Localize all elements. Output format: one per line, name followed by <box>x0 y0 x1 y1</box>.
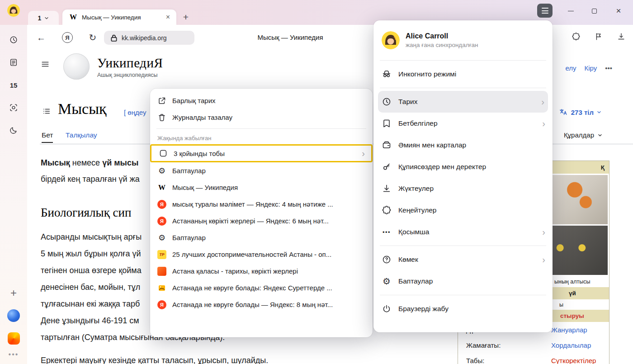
wiki-hamburger-icon[interactable] <box>41 60 50 71</box>
yandex-search-icon[interactable]: Я <box>61 32 73 43</box>
profile-row[interactable]: Alice Carroll жаңа ғана синхрондалған <box>373 23 553 57</box>
taxo-row: Табы: Сүткоректілер <box>458 353 609 364</box>
menu-item-history-entry[interactable]: Я мысық туралы мәлімет — Яндекс: 4 мың н… <box>150 196 373 213</box>
maximize-button[interactable] <box>587 5 601 17</box>
wiki-brand[interactable]: УикипедиЯ Ашық энциклопедиясы <box>97 56 163 78</box>
paragraph-2-line: Асыранды мысықтың арғы <box>41 233 142 241</box>
menu-item-tab-group[interactable]: 3 қойынды тобы › <box>150 144 373 162</box>
menu-item-label: Көмек <box>398 255 535 264</box>
menu-item-label: 25 лучших достопримечательностей Астаны … <box>172 251 366 258</box>
paragraph-2-line: 5 мың жыл бұрын қолға үй <box>41 250 141 258</box>
menu-item-history-entry[interactable]: TP 25 лучших достопримечательностей Аста… <box>150 246 373 263</box>
menu-item-all-history[interactable]: Барлық тарих <box>150 92 373 109</box>
menu-item-downloads[interactable]: Жүктеулер <box>373 178 553 199</box>
menu-item-label: Бетбелгілер <box>398 119 535 128</box>
bookmark-icon <box>382 118 392 128</box>
menu-item-wallet[interactable]: Әмиян мен карталар <box>373 134 553 156</box>
notes-panel-icon[interactable] <box>6 55 21 70</box>
menu-item-label: Баптаулар <box>398 277 545 285</box>
wiki-tools-button[interactable]: Құралдар <box>564 131 602 139</box>
history-panel-icon[interactable] <box>6 32 21 47</box>
menu-item-history[interactable]: Тарих › <box>378 91 548 113</box>
menu-item-settings[interactable]: ⚙ Баптаулар <box>150 162 373 179</box>
image-favicon-icon <box>157 284 166 293</box>
downloads-toolbar-icon[interactable] <box>617 31 626 42</box>
menu-item-settings[interactable]: ⚙ Баптаулар <box>150 229 373 246</box>
yandex-start-logo-icon[interactable] <box>6 331 21 346</box>
tab-close-icon[interactable]: × <box>164 13 172 22</box>
menu-item-incognito[interactable]: Инкогнито режимі <box>373 63 553 85</box>
wiki-tab-page[interactable]: Бет <box>42 131 53 143</box>
taxo-label: Жамағаты: <box>458 341 551 349</box>
menu-item-label: Тарих <box>398 98 534 106</box>
left-sidebar: 15 + ••• <box>0 25 27 364</box>
paragraph-2-line: тұлғасынан екі жаққа тарб <box>41 300 140 308</box>
tab-counter-button[interactable]: 1 <box>28 11 59 25</box>
profile-name: Alice Carroll <box>406 32 478 40</box>
collections-flag-icon[interactable] <box>594 31 603 42</box>
paragraph-2-line: тегінен онша өзгере қойма <box>41 266 142 274</box>
edit-link[interactable]: [ өңдеу <box>124 109 146 116</box>
tripadvisor-favicon-icon: TP <box>157 250 166 259</box>
key-icon <box>382 162 392 172</box>
menu-item-more[interactable]: ••• Қосымша › <box>373 221 553 243</box>
menu-item-clear-journal[interactable]: Журналды тазалау <box>150 109 373 126</box>
wiki-contents-icon[interactable] <box>42 107 51 118</box>
gear-icon: ⚙ <box>157 234 166 242</box>
wiki-header-more-icon[interactable]: ••• <box>605 64 612 72</box>
menu-item-extensions[interactable]: Кеңейтулер <box>373 199 553 221</box>
incognito-icon <box>382 69 392 79</box>
menu-item-close-browser[interactable]: Браузерді жабу <box>373 298 553 320</box>
menu-item-label: Қосымша <box>398 228 535 236</box>
menu-item-history-entry[interactable]: Астанада не көруге болады: Яндекс Суретт… <box>150 279 373 296</box>
wiki-tab-talk[interactable]: Талқылау <box>66 131 97 139</box>
sidebar-add-icon[interactable]: + <box>6 285 21 301</box>
yandex-favicon-icon: Я <box>157 300 166 309</box>
tab-counter-value: 1 <box>38 14 42 22</box>
browser-tab[interactable]: W Мысық — Уикипедия × <box>62 9 176 25</box>
screenshot-icon[interactable] <box>6 100 21 115</box>
reload-button[interactable]: ↻ <box>87 32 99 43</box>
wiki-language-button[interactable]: 273 тіл <box>559 108 601 117</box>
taxo-value-link[interactable]: Жануарлар <box>551 326 587 334</box>
address-bar[interactable]: kk.wikipedia.org <box>104 31 194 45</box>
browser-menu-button[interactable] <box>537 4 553 18</box>
menu-item-label: Астананың көрікті жерлері — Яндекс: 6 мы… <box>172 217 366 225</box>
paragraph-3-line: Дене ұзындығы 46-191 см <box>41 317 139 325</box>
taxo-value-redlink[interactable]: Сүткоректілер <box>551 357 596 364</box>
menu-separator <box>380 60 546 61</box>
minimize-button[interactable] <box>564 5 577 17</box>
profile-avatar[interactable] <box>7 4 20 17</box>
chevron-right-icon: › <box>542 119 545 128</box>
power-icon <box>382 304 392 314</box>
menu-item-passwords[interactable]: Құпиясөздер мен деректер <box>373 156 553 178</box>
site-favicon-icon <box>157 267 166 276</box>
back-button[interactable]: ← <box>35 32 47 43</box>
tab-count-badge[interactable]: 15 <box>6 77 21 93</box>
menu-item-history-entry[interactable]: Я Астанада не көруге болады — Яндекс: 8 … <box>150 296 373 313</box>
menu-item-settings[interactable]: ⚙ Баптаулар <box>373 270 553 292</box>
menu-item-history-entry[interactable]: W Мысық — Уикипедия <box>150 179 373 196</box>
taxo-value-link[interactable]: Хордалылар <box>551 341 591 349</box>
sidebar-more-icon[interactable]: ••• <box>9 350 19 359</box>
menu-item-label: Астана қаласы - тарихы, көрікті жерлері <box>172 267 366 275</box>
dark-mode-icon[interactable] <box>6 123 21 138</box>
window-close-button[interactable]: × <box>612 5 625 17</box>
new-tab-button[interactable]: + <box>180 12 192 23</box>
menu-item-label: Жүктеулер <box>398 184 545 193</box>
wikipedia-globe-logo[interactable] <box>63 53 90 80</box>
menu-section-header: Жақында жабылған <box>150 132 373 144</box>
menu-item-history-entry[interactable]: Астана қаласы - тарихы, көрікті жерлері <box>150 263 373 279</box>
menu-item-help[interactable]: Көмек › <box>373 249 553 270</box>
menu-item-bookmarks[interactable]: Бетбелгілер › <box>373 113 553 134</box>
wiki-login-link[interactable]: Кіру <box>584 64 597 72</box>
yandex-browser-logo-icon[interactable] <box>6 308 21 323</box>
menu-item-label: Баптаулар <box>172 234 366 241</box>
menu-item-label: Инкогнито режимі <box>398 70 545 78</box>
wiki-signup-link[interactable]: елу <box>565 64 576 72</box>
menu-item-history-entry[interactable]: Я Астананың көрікті жерлері — Яндекс: 6 … <box>150 213 373 229</box>
chevron-right-icon: › <box>542 255 545 264</box>
chevron-right-icon: › <box>362 149 365 158</box>
menu-item-label: Әмиян мен карталар <box>398 141 545 149</box>
extensions-toolbar-icon[interactable] <box>572 31 581 42</box>
